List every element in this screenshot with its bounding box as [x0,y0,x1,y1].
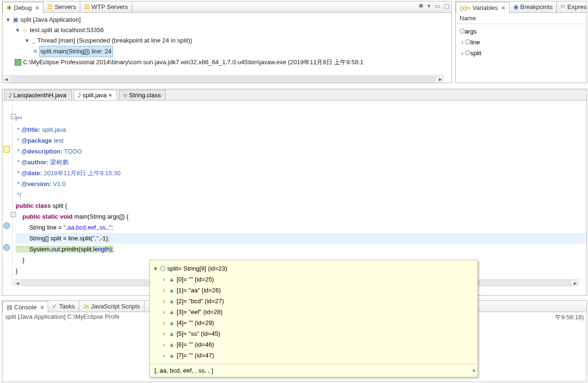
twistie-icon[interactable]: › [161,285,167,296]
var-args[interactable]: args [465,28,477,35]
array-element-icon: ▲ [169,328,175,339]
field-out: out [51,246,60,253]
twistie-icon[interactable]: › [161,306,167,317]
breakpoint-icon[interactable] [3,244,10,251]
java-file-icon: J [9,92,12,99]
tree-item-thread[interactable]: Thread [main] (Suspended (breakpoint at … [37,35,192,46]
array-element-icon: ▲ [169,306,175,317]
hover-item[interactable]: [5]= "ss" (id=45) [177,328,220,339]
warning-marker-icon[interactable] [3,146,10,153]
tab-expressions[interactable]: ᵡʸExpres [557,1,588,13]
twistie-icon[interactable]: › [161,296,167,306]
editor-tab-lanqiao[interactable]: JLanqiaotenthH.java [4,90,72,100]
stackframe-icon: ≡ [34,46,37,57]
breakpoint-icon[interactable] [3,222,10,229]
twistie-icon[interactable]: › [161,317,167,328]
kw-public-class: public class [16,202,52,209]
twistie-icon[interactable]: ▾ [5,15,11,25]
maximize-icon[interactable]: ▢ [444,2,450,9]
debug-hover-popup: ▾split= String[8] (id=23) ›▲[0]= "" (id=… [149,260,478,377]
code-body[interactable]: /** * @title: split.java * @package test… [16,102,587,276]
hover-item[interactable]: [0]= "" (id=25) [177,274,214,285]
code-text: String[] split = line.split( [16,235,93,242]
twistie-icon[interactable]: ▾ [153,263,158,274]
gutter[interactable]: − − [2,101,13,287]
class-name: split { [52,202,67,209]
fold-icon[interactable]: − [11,212,16,217]
twistie-icon[interactable]: › [161,350,167,361]
tree-item-target[interactable]: test.split at localhost:53356 [30,25,104,35]
tree-item-app[interactable]: split [Java Application] [20,15,81,25]
variables-icon: (x)= [460,4,471,11]
tab-label: Tasks [59,303,75,310]
hover-item[interactable]: [6]= "" (id=46) [177,339,214,350]
scroll-right-icon[interactable]: ▸ [436,76,444,83]
scrollbar-horizontal[interactable] [10,76,436,83]
close-icon[interactable]: × [109,92,112,99]
var-split[interactable]: split [470,50,481,57]
tab-label: JavaScript Scripts [91,303,140,310]
scroll-right-icon[interactable]: ▸ [571,278,579,287]
scroll-up-icon[interactable]: ▴ [472,366,476,373]
scroll-left-icon[interactable]: ◂ [2,76,10,83]
variables-tree[interactable]: args ›line ›split [456,24,587,60]
debug-view: ✱Debug× ☰Servers ☰WTP Servers ✱ ▾ ▭ ▢ ▾▣… [2,1,452,83]
code-text: ); [110,246,113,253]
twistie-icon[interactable]: › [161,339,167,350]
tree-item-frame[interactable]: split.main(String[]) line: 24 [39,46,113,57]
hover-item[interactable]: [3]= "eef" (id=28) [177,306,222,317]
twistie-icon[interactable]: › [161,328,167,339]
array-element-icon: ▲ [169,339,175,350]
tab-wtp-servers[interactable]: ☰WTP Servers [80,1,132,13]
hover-root[interactable]: split= String[8] (id=23) [167,263,227,274]
hover-tree[interactable]: ▾split= String[8] (id=23) ›▲[0]= "" (id=… [150,260,477,364]
tab-debug[interactable]: ✱Debug× [2,2,43,13]
hover-item[interactable]: [1]= "aa" (id=26) [177,285,221,296]
tab-label: String.class [129,92,161,99]
twistie-icon[interactable]: › [161,274,167,285]
minimize-icon[interactable]: ▭ [435,2,440,9]
close-icon[interactable]: × [35,4,39,11]
column-header-name[interactable]: Name [456,13,587,24]
tab-label: Breakpoints [520,3,553,10]
debug-tree[interactable]: ▾▣split [Java Application] ▾☼test.split … [2,13,452,73]
debug-target-icon: ☼ [22,25,28,35]
tab-console[interactable]: ▤Console× [2,301,48,313]
tab-label: Variables [473,4,498,11]
tab-servers[interactable]: ☰Servers [43,1,80,13]
twistie-icon[interactable]: ▾ [24,35,30,46]
close-icon[interactable]: × [502,4,505,11]
close-icon[interactable]: × [41,304,44,311]
tree-item-process[interactable]: C:\MyEclipse Professional 2014\binary\co… [23,57,363,68]
array-element-icon: ▲ [169,285,175,296]
twistie-icon[interactable]: ▾ [15,25,20,35]
array-element-icon: ▲ [169,350,175,361]
class-file-icon: ⌾ [123,92,127,99]
tab-js-scripts[interactable]: JsJavaScript Scripts [79,301,145,312]
variable-icon [465,39,470,44]
tab-tasks[interactable]: ✓Tasks [48,301,79,312]
tab-variables[interactable]: (x)=Variables× [456,2,510,13]
code-editor[interactable]: − − /** * @title: split.java * @package … [2,101,587,287]
fold-icon[interactable]: − [11,114,16,119]
twistie-icon[interactable]: › [460,48,465,59]
variable-icon [465,50,470,55]
toolbar-icons: ✱ ▾ ▭ ▢ [418,2,450,9]
code-text: System. [16,246,51,253]
pin-icon[interactable]: ✱ [418,2,424,9]
editor-tab-split[interactable]: Jsplit.java× [74,90,118,100]
tab-breakpoints[interactable]: ◉Breakpoints [510,1,557,13]
tab-label: Servers [55,3,76,10]
scroll-left-icon[interactable]: ◂ [14,278,21,287]
menu-icon[interactable]: ▾ [427,2,431,9]
hover-item[interactable]: [7]= "" (id=47) [177,350,214,361]
jdoc-open: /** [16,115,22,122]
var-line[interactable]: line [470,39,480,46]
hover-item[interactable]: [2]= "bcd" (id=27) [177,296,224,306]
tab-label: WTP Servers [92,3,128,10]
twistie-icon[interactable]: › [460,37,465,48]
hover-item[interactable]: [4]= "" (id=29) [177,317,214,328]
editor-tab-stringclass[interactable]: ⌾String.class [119,90,166,100]
js-icon: Js [83,303,89,310]
process-icon [15,59,21,66]
